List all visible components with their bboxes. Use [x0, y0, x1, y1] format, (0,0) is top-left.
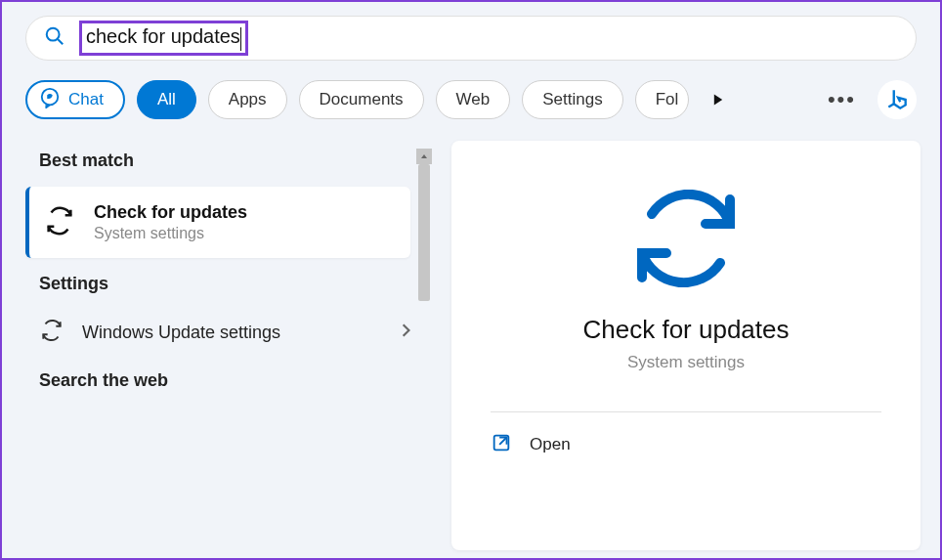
sync-icon-large: [627, 190, 745, 291]
chevron-right-icon: [401, 323, 410, 341]
scroll-thumb[interactable]: [418, 164, 430, 301]
results-pane: Best match Check for updates System sett…: [2, 141, 432, 550]
bing-chat-icon: [39, 87, 61, 113]
svg-line-4: [499, 438, 506, 445]
main-content: Best match Check for updates System sett…: [2, 141, 940, 550]
detail-subtitle: System settings: [627, 353, 745, 372]
filters-scroll-right[interactable]: [706, 88, 730, 111]
section-best-match: Best match: [2, 141, 432, 181]
best-match-title: Check for updates: [94, 202, 247, 223]
open-external-icon: [491, 432, 512, 457]
section-settings: Settings: [2, 264, 432, 304]
text-caret: [240, 27, 241, 51]
results-scrollbar[interactable]: [416, 149, 432, 550]
settings-item-windows-update[interactable]: Windows Update settings: [2, 304, 432, 361]
svg-point-0: [47, 28, 60, 41]
svg-line-1: [58, 39, 63, 44]
chat-label: Chat: [68, 90, 104, 109]
open-label: Open: [530, 435, 571, 454]
search-bar[interactable]: check for updates: [25, 16, 917, 61]
detail-pane: Check for updates System settings Open: [451, 141, 921, 550]
detail-title: Check for updates: [582, 315, 789, 345]
more-options-button[interactable]: •••: [818, 87, 866, 112]
filter-web[interactable]: Web: [436, 80, 511, 119]
best-match-result[interactable]: Check for updates System settings: [25, 187, 410, 258]
filter-settings[interactable]: Settings: [522, 80, 622, 119]
section-search-web: Search the web: [2, 361, 432, 401]
best-match-subtitle: System settings: [94, 225, 247, 242]
settings-item-label: Windows Update settings: [82, 323, 383, 343]
filter-documents[interactable]: Documents: [299, 80, 424, 119]
sync-icon: [43, 204, 76, 241]
filter-apps[interactable]: Apps: [208, 80, 287, 119]
search-input[interactable]: check for updates: [86, 25, 240, 47]
search-input-highlight: check for updates: [79, 21, 248, 56]
best-match-text: Check for updates System settings: [94, 202, 247, 242]
open-action[interactable]: Open: [491, 412, 881, 477]
bing-logo[interactable]: [878, 80, 917, 119]
filter-folders[interactable]: Fol: [635, 80, 690, 119]
sync-icon: [39, 318, 64, 347]
scroll-up-icon[interactable]: [416, 149, 432, 164]
chat-button[interactable]: Chat: [25, 80, 125, 119]
filter-row: Chat All Apps Documents Web Settings Fol…: [25, 80, 917, 119]
filter-all[interactable]: All: [137, 80, 196, 119]
search-icon: [44, 25, 65, 51]
